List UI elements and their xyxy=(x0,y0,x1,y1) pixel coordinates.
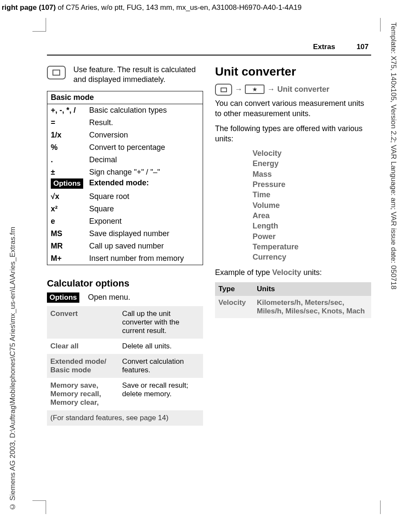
list-item: Volume xyxy=(253,200,371,210)
list-item: Velocity xyxy=(253,148,371,158)
page-header: Extras 107 xyxy=(47,40,371,56)
softkey-icon xyxy=(215,84,232,96)
table-row: MRCall up saved number xyxy=(47,240,203,252)
basic-mode-table: Basic mode +, -, *, /Basic calculation t… xyxy=(47,91,203,265)
crop-mark xyxy=(32,18,46,32)
template-info: Template: X75, 140x105, Version 2.2; VAR… xyxy=(389,22,398,289)
table-row: MSSave displayed number xyxy=(47,228,203,240)
table-row: .Decimal xyxy=(47,154,203,166)
type-list: Velocity Energy Mass Pressure Time Volum… xyxy=(253,148,371,262)
crop-mark xyxy=(380,18,381,32)
list-item: Temperature xyxy=(253,242,371,252)
nav-label: Unit converter xyxy=(277,85,329,94)
table-row: Memory save, Memory recall, Memory clear… xyxy=(47,378,203,410)
example-label: Example of type Velocity units: xyxy=(215,267,371,278)
open-menu-label: Open menu. xyxy=(88,293,130,302)
table-row: M+Insert number from memory xyxy=(47,252,203,265)
table-row: Options Extended mode: xyxy=(47,178,203,190)
list-item: Length xyxy=(253,221,371,231)
table-row: Velocity Kilometers/h, Meters/sec, Miles… xyxy=(215,296,371,318)
table-row: eExponent xyxy=(47,215,203,228)
page-number: 107 xyxy=(357,43,369,51)
options-chip: Options xyxy=(51,178,83,189)
source-header: right page (107) of C75 Aries, w/o ptt, … xyxy=(2,3,302,12)
basic-mode-title: Basic mode xyxy=(47,91,203,104)
favorites-icon: ★ xyxy=(245,85,265,94)
list-item: Mass xyxy=(253,169,371,179)
list-item: Currency xyxy=(253,252,371,262)
example-table: Type Units Velocity Kilometers/h, Meters… xyxy=(215,282,371,318)
nav-path: → ★ → Unit converter xyxy=(215,83,371,96)
list-item: Pressure xyxy=(253,179,371,190)
table-row: Extended mode/ Basic modeConvert calcula… xyxy=(47,354,203,378)
col-units: Units xyxy=(253,282,371,296)
copyright-path: © Siemens AG 2003, D:\Auftrag\Mobilephon… xyxy=(9,227,17,511)
calc-options-table: ConvertCall up the unit converter with t… xyxy=(47,306,203,426)
table-header-row: Type Units xyxy=(215,282,371,296)
intro-text: Use feature. The result is calculated an… xyxy=(73,65,203,85)
table-row: =Result. xyxy=(47,117,203,129)
list-item: Area xyxy=(253,210,371,221)
table-row: %Convert to percentage xyxy=(47,141,203,154)
table-row: x²Square xyxy=(47,203,203,215)
table-row: √xSquare root xyxy=(47,190,203,203)
crop-mark xyxy=(32,500,46,514)
options-chip: Options xyxy=(47,292,79,303)
table-row: Clear allDelete all units. xyxy=(47,339,203,354)
table-row: +, -, *, /Basic calculation types xyxy=(47,104,203,117)
arrow-icon: → xyxy=(267,85,275,94)
list-item: Energy xyxy=(253,158,371,169)
table-row: ConvertCall up the unit converter with t… xyxy=(47,306,203,339)
table-footer: (For standard features, see page 14) xyxy=(47,410,203,426)
list-item: Time xyxy=(253,190,371,200)
intro-para-1: You can convert various measurement unit… xyxy=(215,98,371,119)
header-prefix: right page (107) xyxy=(2,3,56,12)
arrow-icon: → xyxy=(235,85,242,94)
table-row: 1/xConversion xyxy=(47,129,203,141)
calc-options-title: Calculator options xyxy=(47,278,203,289)
list-item: Power xyxy=(253,231,371,242)
col-type: Type xyxy=(215,282,253,296)
extended-mode-title: Extended mode: xyxy=(89,178,199,189)
crop-mark xyxy=(380,500,381,514)
intro-para-2: The following types are offered with var… xyxy=(215,123,371,144)
header-rest: of C75 Aries, w/o ptt, FUG, 143 mm, mx_u… xyxy=(56,3,302,12)
table-row: ±Sign change "+" / "–" xyxy=(47,166,203,178)
unit-converter-title: Unit converter xyxy=(215,65,371,79)
softkey-icon xyxy=(47,66,66,79)
section-title: Extras xyxy=(313,43,335,51)
